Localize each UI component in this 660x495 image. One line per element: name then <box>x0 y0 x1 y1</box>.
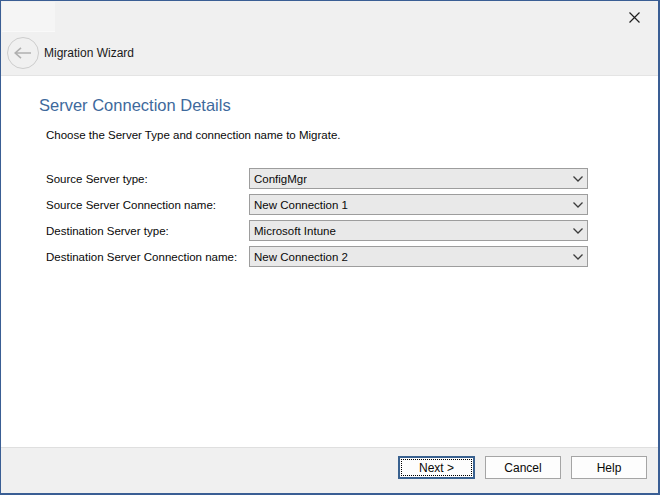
form-row: Destination Server type: Microsoft Intun… <box>1 220 658 241</box>
chevron-down-icon <box>573 202 583 208</box>
chevron-down-icon <box>573 228 583 234</box>
chevron-down-icon <box>573 176 583 182</box>
wizard-header: Migration Wizard <box>1 1 658 76</box>
field-label: Destination Server type: <box>46 220 169 241</box>
close-icon <box>629 12 640 23</box>
close-button[interactable] <box>617 4 651 30</box>
back-arrow-icon <box>14 47 32 59</box>
cancel-button[interactable]: Cancel <box>485 456 561 479</box>
field-combobox[interactable]: ConfigMgr <box>249 168 588 189</box>
combobox-value: ConfigMgr <box>250 173 307 185</box>
field-combobox[interactable]: New Connection 1 <box>249 194 588 215</box>
combobox-value: New Connection 2 <box>250 251 348 263</box>
field-combobox[interactable]: New Connection 2 <box>249 246 588 267</box>
field-label: Source Server type: <box>46 168 148 189</box>
page-title: Server Connection Details <box>39 96 231 115</box>
wizard-title: Migration Wizard <box>44 37 134 69</box>
next-button[interactable]: Next > <box>398 456 475 479</box>
instruction-text: Choose the Server Type and connection na… <box>46 129 341 141</box>
migration-wizard-window: Migration Wizard Server Connection Detai… <box>0 0 660 495</box>
form-row: Destination Server Connection name: New … <box>1 246 658 267</box>
back-button[interactable] <box>7 37 39 69</box>
help-button[interactable]: Help <box>571 456 647 479</box>
chevron-down-icon <box>573 254 583 260</box>
field-label: Destination Server Connection name: <box>46 246 237 267</box>
field-label: Source Server Connection name: <box>46 194 216 215</box>
form-row: Source Server Connection name: New Conne… <box>1 194 658 215</box>
field-combobox[interactable]: Microsoft Intune <box>249 220 588 241</box>
combobox-value: New Connection 1 <box>250 199 348 211</box>
titlebar-left-patch <box>2 2 55 32</box>
form-row: Source Server type: ConfigMgr <box>1 168 658 189</box>
combobox-value: Microsoft Intune <box>250 225 336 237</box>
